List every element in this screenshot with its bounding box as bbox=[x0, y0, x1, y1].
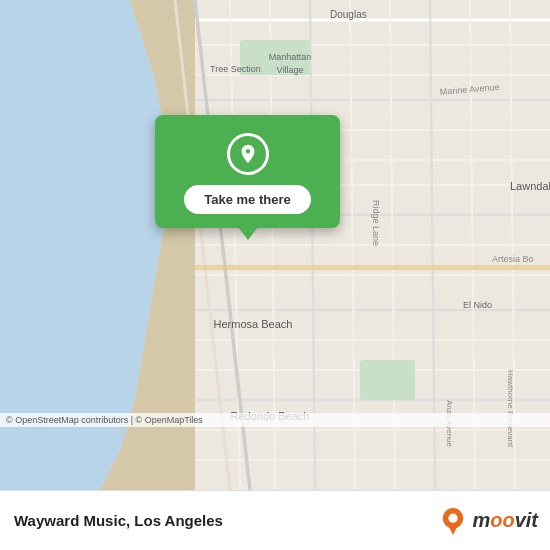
place-name: Wayward Music, Los Angeles bbox=[14, 512, 439, 529]
svg-text:Lawndale: Lawndale bbox=[510, 180, 550, 192]
svg-text:Artesia Bo: Artesia Bo bbox=[492, 254, 534, 264]
svg-rect-30 bbox=[360, 360, 415, 400]
svg-rect-32 bbox=[195, 265, 550, 270]
svg-text:Village: Village bbox=[277, 65, 304, 75]
svg-text:Manhattan: Manhattan bbox=[269, 52, 312, 62]
svg-text:Hawthorne Boulevard: Hawthorne Boulevard bbox=[506, 370, 515, 447]
svg-text:Tree Section: Tree Section bbox=[210, 64, 261, 74]
svg-text:Hermosa Beach: Hermosa Beach bbox=[214, 318, 293, 330]
svg-text:Ridge Lane: Ridge Lane bbox=[371, 200, 381, 246]
moovit-pin-icon bbox=[439, 507, 467, 535]
map-attribution: © OpenStreetMap contributors | © OpenMap… bbox=[0, 413, 550, 427]
location-pin-icon bbox=[237, 143, 259, 165]
take-me-there-button[interactable]: Take me there bbox=[184, 185, 310, 214]
bottom-bar: Wayward Music, Los Angeles moovit bbox=[0, 490, 550, 550]
svg-marker-49 bbox=[449, 525, 458, 534]
location-icon-circle bbox=[227, 133, 269, 175]
map-container[interactable]: Marine Avenue Ridge Lane Artesia Bo Doug… bbox=[0, 0, 550, 490]
moovit-logo: moovit bbox=[439, 507, 538, 535]
moovit-text: moovit bbox=[472, 509, 538, 532]
svg-text:Douglas: Douglas bbox=[330, 9, 367, 20]
location-popup: Take me there bbox=[155, 115, 340, 228]
svg-point-48 bbox=[449, 513, 458, 522]
svg-text:El Nido: El Nido bbox=[463, 300, 492, 310]
